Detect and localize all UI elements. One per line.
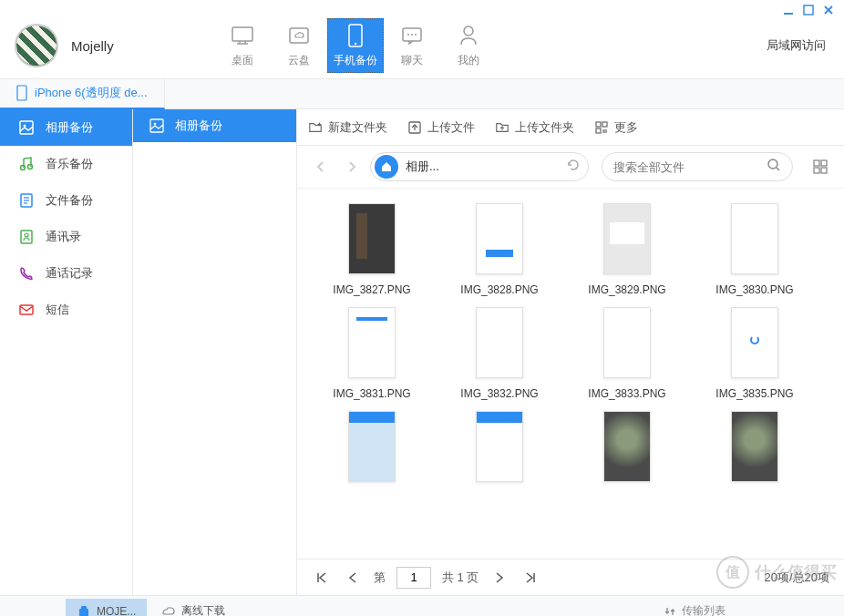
nav-chat[interactable]: 聊天 bbox=[384, 18, 440, 73]
sidebar-item-sms[interactable]: 短信 bbox=[0, 292, 132, 328]
file-item[interactable]: IMG_3835.PNG bbox=[709, 307, 800, 400]
thumbnail bbox=[476, 307, 523, 378]
transfer-label: 传输列表 bbox=[682, 603, 726, 616]
new-folder-button[interactable]: 新建文件夹 bbox=[308, 119, 387, 136]
thumbnail bbox=[476, 411, 523, 482]
home-button[interactable] bbox=[375, 155, 398, 179]
prev-page-button[interactable] bbox=[343, 568, 363, 588]
bottom-tab-offline[interactable]: 离线下载 bbox=[150, 599, 236, 617]
last-page-button[interactable] bbox=[520, 568, 540, 588]
svg-rect-4 bbox=[232, 27, 252, 41]
user-avatar[interactable] bbox=[15, 24, 58, 67]
sidebar-label: 文件备份 bbox=[46, 192, 93, 209]
offline-icon bbox=[161, 604, 176, 617]
file-name: IMG_3827.PNG bbox=[333, 283, 410, 296]
sidebar: 相册备份 音乐备份 文件备份 通讯录 通话记录 短信 bbox=[0, 109, 133, 595]
close-button[interactable] bbox=[822, 4, 835, 16]
thumbnail bbox=[476, 203, 523, 274]
svg-rect-45 bbox=[814, 168, 819, 173]
thumbnail bbox=[731, 203, 778, 274]
svg-point-18 bbox=[24, 125, 26, 128]
sub-item-photos[interactable]: 相册备份 bbox=[133, 109, 296, 142]
svg-rect-36 bbox=[596, 122, 601, 127]
username: Mojelly bbox=[71, 38, 114, 54]
device-bar: iPhone 6(透明度 de... bbox=[0, 78, 844, 109]
refresh-button[interactable] bbox=[566, 158, 584, 176]
thumbnail bbox=[603, 203, 651, 274]
svg-point-14 bbox=[415, 34, 417, 36]
sidebar-item-photos[interactable]: 相册备份 bbox=[0, 109, 132, 146]
svg-point-12 bbox=[407, 34, 409, 36]
svg-point-41 bbox=[768, 159, 777, 169]
phone-call-icon bbox=[18, 265, 35, 282]
svg-rect-46 bbox=[821, 168, 827, 173]
nav-label: 聊天 bbox=[401, 53, 423, 68]
file-name: IMG_3835.PNG bbox=[715, 387, 793, 400]
tb-label: 上传文件夹 bbox=[515, 119, 574, 136]
page-input[interactable] bbox=[396, 567, 431, 589]
bottom-tab-device[interactable]: MOJE... bbox=[66, 599, 147, 617]
lan-access-link[interactable]: 局域网访问 bbox=[767, 37, 829, 54]
file-item[interactable]: IMG_3828.PNG bbox=[454, 203, 545, 296]
search-box bbox=[602, 152, 793, 181]
svg-rect-38 bbox=[596, 128, 601, 133]
photo-small-icon bbox=[149, 118, 164, 133]
file-item[interactable]: IMG_3838.JPG bbox=[582, 411, 673, 504]
file-item[interactable]: IMG_3840.JPG bbox=[709, 411, 800, 504]
path-box: 相册... bbox=[370, 152, 589, 181]
forward-button[interactable] bbox=[339, 154, 365, 180]
svg-rect-28 bbox=[20, 305, 33, 314]
breadcrumb-path[interactable]: 相册... bbox=[406, 159, 559, 175]
sidebar-item-contacts[interactable]: 通讯录 bbox=[0, 219, 132, 255]
sidebar-label: 通讯录 bbox=[46, 229, 81, 245]
search-input[interactable] bbox=[613, 160, 767, 174]
svg-rect-44 bbox=[821, 160, 827, 166]
file-item[interactable]: IMG_3832.PNG bbox=[454, 307, 545, 400]
sidebar-item-calls[interactable]: 通话记录 bbox=[0, 255, 132, 292]
thumbnail bbox=[603, 307, 651, 378]
transfer-status[interactable]: 传输列表 bbox=[664, 603, 844, 616]
file-grid: IMG_3827.PNG IMG_3828.PNG IMG_3829.PNG I… bbox=[297, 188, 844, 559]
main-nav: 桌面 云盘 手机备份 聊天 我的 bbox=[214, 18, 497, 73]
first-page-button[interactable] bbox=[312, 568, 332, 588]
file-item[interactable]: IMG_3829.PNG bbox=[582, 203, 673, 296]
contacts-icon bbox=[18, 229, 35, 245]
phone-icon bbox=[344, 24, 367, 47]
upload-file-button[interactable]: 上传文件 bbox=[407, 119, 475, 136]
item-count: 20项/总20项 bbox=[764, 570, 829, 586]
sidebar-item-files[interactable]: 文件备份 bbox=[0, 182, 132, 219]
file-item[interactable]: IMG_3830.PNG bbox=[709, 203, 800, 296]
tb-label: 上传文件 bbox=[427, 119, 475, 136]
search-icon[interactable] bbox=[767, 158, 781, 176]
nav-label: 手机备份 bbox=[334, 53, 377, 68]
next-page-button[interactable] bbox=[489, 568, 509, 588]
file-item[interactable]: IMG_3827.PNG bbox=[326, 203, 417, 296]
svg-point-13 bbox=[411, 34, 413, 36]
nav-phone-backup[interactable]: 手机备份 bbox=[327, 18, 384, 73]
nav-label: 云盘 bbox=[288, 53, 310, 68]
maximize-button[interactable] bbox=[802, 4, 815, 16]
nav-cloud[interactable]: 云盘 bbox=[271, 18, 327, 73]
sidebar-label: 相册备份 bbox=[46, 119, 93, 136]
person-icon bbox=[457, 24, 480, 47]
file-item[interactable]: IMG_3837.PNG bbox=[454, 411, 545, 504]
sidebar-item-music[interactable]: 音乐备份 bbox=[0, 146, 132, 182]
content-area: 新建文件夹 上传文件 上传文件夹 更多 相册... bbox=[297, 109, 844, 595]
view-toggle-button[interactable] bbox=[808, 154, 833, 180]
minimize-button[interactable] bbox=[782, 4, 795, 16]
more-button[interactable]: 更多 bbox=[594, 119, 638, 136]
file-item[interactable]: IMG_3836.PNG bbox=[326, 411, 417, 504]
file-item[interactable]: IMG_3833.PNG bbox=[582, 307, 673, 400]
nav-me[interactable]: 我的 bbox=[440, 18, 497, 73]
file-name: IMG_3831.PNG bbox=[333, 387, 410, 400]
svg-point-20 bbox=[28, 165, 33, 169]
svg-rect-50 bbox=[81, 606, 87, 610]
file-item[interactable]: IMG_3831.PNG bbox=[326, 307, 417, 400]
file-icon bbox=[18, 192, 35, 209]
thumbnail bbox=[603, 411, 651, 482]
sub-label: 相册备份 bbox=[175, 118, 222, 134]
upload-folder-button[interactable]: 上传文件夹 bbox=[495, 119, 574, 136]
nav-desktop[interactable]: 桌面 bbox=[214, 18, 271, 73]
device-tab[interactable]: iPhone 6(透明度 de... bbox=[0, 78, 165, 109]
back-button[interactable] bbox=[308, 154, 334, 180]
